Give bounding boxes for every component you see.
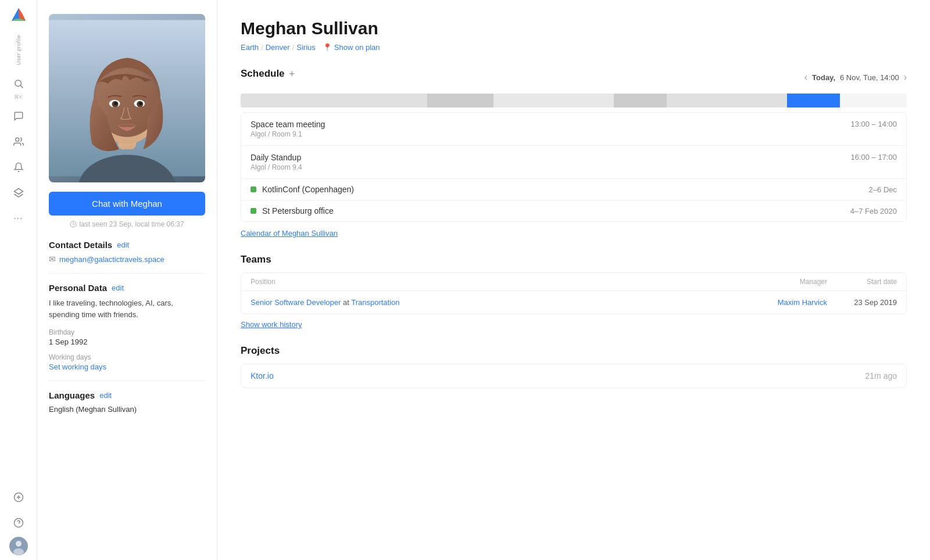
projects-card: Ktor.io 21m ago bbox=[241, 364, 907, 388]
schedule-timeline bbox=[241, 94, 907, 107]
meeting-1-location: Algol / Room 9.1 bbox=[251, 130, 325, 138]
teams-col-manager: Manager bbox=[734, 278, 827, 286]
svg-point-1 bbox=[15, 80, 22, 87]
svg-point-11 bbox=[16, 541, 22, 547]
teams-startdate-1: 23 Sep 2019 bbox=[827, 298, 897, 307]
schedule-heading: Schedule + bbox=[241, 68, 295, 80]
breadcrumb-sep-1: / bbox=[261, 43, 263, 52]
profile-name: Meghan Sullivan bbox=[241, 19, 907, 38]
project-1-name[interactable]: Ktor.io bbox=[251, 371, 274, 380]
languages-edit-link[interactable]: edit bbox=[99, 391, 112, 400]
divider-2 bbox=[49, 380, 205, 381]
event-2-date: 4–7 Feb 2020 bbox=[850, 207, 897, 216]
email-row: ✉ meghan@galactictravels.space bbox=[49, 254, 205, 264]
meeting-2-location: Algol / Room 9.4 bbox=[251, 163, 302, 171]
last-seen: last seen 23 Sep, local time 06:37 bbox=[49, 220, 205, 228]
current-user-avatar[interactable] bbox=[9, 537, 28, 555]
breadcrumb-sep-2: / bbox=[292, 43, 295, 52]
svg-marker-4 bbox=[14, 189, 23, 195]
email-icon: ✉ bbox=[49, 254, 56, 264]
event-2-name: St Petersburg office bbox=[262, 206, 845, 216]
more-icon[interactable]: ··· bbox=[7, 207, 30, 230]
email-link[interactable]: meghan@galactictravels.space bbox=[59, 255, 164, 264]
event-dot-2 bbox=[251, 208, 256, 214]
timeline-seg-5 bbox=[667, 94, 786, 107]
schedule-add-icon[interactable]: + bbox=[289, 69, 295, 79]
svg-point-23 bbox=[139, 102, 142, 105]
layers-icon[interactable] bbox=[7, 181, 30, 204]
notification-icon[interactable] bbox=[7, 156, 30, 179]
position-dept-link[interactable]: Transportation bbox=[351, 298, 399, 307]
schedule-item-2: Daily Standup Algol / Room 9.4 16:00 – 1… bbox=[241, 146, 906, 179]
sidebar: User profile ⌘K ··· bbox=[0, 0, 37, 560]
meeting-1-time: 13:00 – 14:00 bbox=[850, 120, 897, 128]
birthday-field: Birthday 1 Sep 1992 bbox=[49, 328, 205, 346]
position-at: at bbox=[343, 298, 351, 307]
languages-section-title: Languages edit bbox=[49, 390, 205, 400]
teams-heading: Teams bbox=[241, 254, 907, 265]
timeline-seg-4 bbox=[614, 94, 667, 107]
left-panel: Chat with Meghan last seen 23 Sep, local… bbox=[37, 0, 217, 560]
teams-table: Position Manager Start date Senior Softw… bbox=[241, 272, 907, 314]
event-dot-1 bbox=[251, 186, 256, 192]
timeline-seg-6 bbox=[787, 94, 840, 107]
teams-position-1[interactable]: Senior Software Developer at Transportat… bbox=[251, 298, 734, 307]
calendar-link[interactable]: Calendar of Meghan Sullivan bbox=[241, 229, 907, 238]
timeline-seg-3 bbox=[493, 94, 613, 107]
svg-point-3 bbox=[15, 138, 19, 141]
team-icon[interactable] bbox=[7, 130, 30, 153]
schedule-next-arrow[interactable]: › bbox=[904, 72, 907, 82]
projects-heading: Projects bbox=[241, 345, 907, 357]
personal-section-title: Personal Data edit bbox=[49, 283, 205, 293]
schedule-prev-arrow[interactable]: ‹ bbox=[804, 72, 807, 82]
breadcrumb-denver[interactable]: Denver bbox=[266, 43, 290, 52]
timeline-seg-2 bbox=[427, 94, 494, 107]
meeting-1-title: Space team meeting bbox=[251, 120, 325, 129]
timeline-seg-7 bbox=[840, 94, 907, 107]
event-1-name: KotlinConf (Copenhagen) bbox=[262, 185, 863, 194]
add-icon[interactable] bbox=[7, 486, 30, 509]
location-pin-icon: 📍 bbox=[323, 43, 332, 52]
logo-icon[interactable] bbox=[8, 5, 29, 28]
teams-col-startdate: Start date bbox=[827, 278, 897, 286]
search-icon[interactable] bbox=[7, 72, 30, 95]
contact-edit-link[interactable]: edit bbox=[117, 240, 129, 249]
teams-header: Position Manager Start date bbox=[241, 273, 906, 291]
schedule-item-1: Space team meeting Algol / Room 9.1 13:0… bbox=[241, 113, 906, 146]
project-1-time: 21m ago bbox=[865, 371, 897, 380]
event-item-1: KotlinConf (Copenhagen) 2–6 Dec bbox=[241, 179, 906, 200]
help-icon[interactable] bbox=[7, 511, 30, 534]
breadcrumb-earth[interactable]: Earth bbox=[241, 43, 259, 52]
project-row-1: Ktor.io 21m ago bbox=[241, 364, 906, 387]
bio-text: I like traveling, technologies, AI, cars… bbox=[49, 297, 205, 320]
working-days-field: Working days Set working days bbox=[49, 353, 205, 371]
schedule-card: Space team meeting Algol / Room 9.1 13:0… bbox=[241, 112, 907, 222]
teams-manager-1[interactable]: Maxim Harvick bbox=[734, 298, 827, 307]
contact-section-title: Contact Details edit bbox=[49, 240, 205, 250]
svg-point-12 bbox=[13, 548, 24, 555]
main-panel: Meghan Sullivan Earth / Denver / Sirius … bbox=[217, 0, 930, 560]
svg-line-2 bbox=[20, 85, 23, 88]
search-shortcut: ⌘K bbox=[14, 94, 23, 100]
set-working-days-link[interactable]: Set working days bbox=[49, 362, 205, 371]
sidebar-label: User profile bbox=[16, 35, 22, 65]
languages-value: English (Meghan Sullivan) bbox=[49, 405, 205, 414]
meeting-2-time: 16:00 – 17:00 bbox=[850, 153, 897, 161]
profile-photo bbox=[49, 14, 205, 182]
teams-row-1: Senior Software Developer at Transportat… bbox=[241, 291, 906, 314]
show-work-history-link[interactable]: Show work history bbox=[241, 320, 907, 329]
chat-with-button[interactable]: Chat with Meghan bbox=[49, 192, 205, 216]
position-title-link[interactable]: Senior Software Developer bbox=[251, 298, 341, 307]
personal-edit-link[interactable]: edit bbox=[112, 283, 124, 292]
schedule-nav: ‹ Today, 6 Nov, Tue, 14:00 › bbox=[804, 72, 907, 82]
divider-1 bbox=[49, 273, 205, 274]
meeting-2-title: Daily Standup bbox=[251, 153, 302, 162]
chat-icon[interactable] bbox=[7, 105, 30, 128]
svg-point-22 bbox=[114, 102, 117, 105]
show-on-plan-link[interactable]: Show on plan bbox=[334, 43, 380, 52]
breadcrumb-sirius[interactable]: Sirius bbox=[296, 43, 316, 52]
event-item-2: St Petersburg office 4–7 Feb 2020 bbox=[241, 200, 906, 221]
timeline-seg-1 bbox=[241, 94, 427, 107]
breadcrumb: Earth / Denver / Sirius 📍 Show on plan bbox=[241, 43, 907, 52]
teams-col-position: Position bbox=[251, 278, 734, 286]
